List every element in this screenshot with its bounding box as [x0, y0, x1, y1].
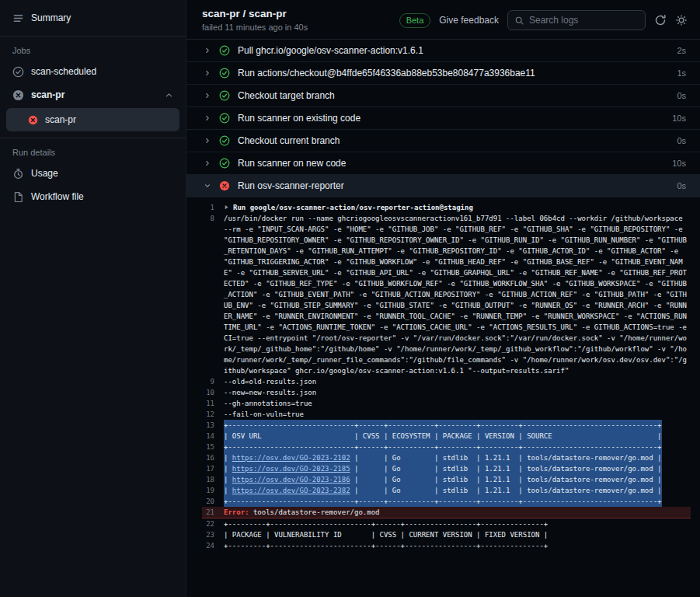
log-line[interactable]: 19 | https://osv.dev/GO-2023-2382 | | Go…	[202, 485, 691, 496]
search-input[interactable]	[529, 15, 639, 26]
sidebar-job-scan-pr[interactable]: scan-pr	[6, 83, 179, 106]
line-number: 1	[202, 202, 224, 213]
step-name: Run actions/checkout@b4ffde65f46336ab88e…	[238, 68, 535, 79]
log-line[interactable]: 18 | https://osv.dev/GO-2023-2186 | | Go…	[202, 474, 691, 485]
step-row-checkout[interactable]: Run actions/checkout@b4ffde65f46336ab88e…	[186, 62, 700, 85]
log-line[interactable]: 20 +------------------------------+-----…	[202, 496, 691, 507]
give-feedback-link[interactable]: Give feedback	[439, 15, 499, 26]
log-line[interactable]: 8 /usr/bin/docker run --name ghcriogoogl…	[202, 213, 691, 376]
step-duration: 0s	[677, 181, 686, 190]
jobs-section-label: Jobs	[0, 43, 186, 60]
log-line[interactable]: 1 Run google/osv-scanner-action/osv-repo…	[202, 202, 691, 213]
line-text: | https://osv.dev/GO-2023-2185 | | Go | …	[224, 463, 662, 474]
job-label: scan-scheduled	[31, 66, 96, 77]
line-number: 16	[202, 452, 224, 463]
log-line[interactable]: 23 | PACKAGE | VULNERABILITY ID | CVSS |…	[202, 529, 691, 540]
search-logs-box[interactable]	[507, 10, 646, 30]
log-line[interactable]: 10 --new=new-results.json	[202, 387, 691, 398]
header-toolbar: Beta Give feedback	[399, 10, 688, 30]
chevron-right-icon[interactable]	[224, 204, 229, 210]
osv-vulnerability-link[interactable]: https://osv.dev/GO-2023-2186	[232, 476, 350, 484]
chevron-down-icon	[204, 182, 211, 190]
step-row-checkout-current[interactable]: Checkout current branch 0s	[186, 130, 700, 152]
line-text: Error: tools/datastore-remover/go.mod	[224, 507, 380, 518]
line-number: 13	[202, 420, 224, 431]
check-circle-icon	[219, 113, 230, 124]
subjob-label: scan-pr	[45, 114, 76, 125]
log-line[interactable]: 9 --old=old-results.json	[202, 376, 691, 387]
line-number: 18	[202, 474, 224, 485]
step-row-osv-scanner-reporter[interactable]: Run osv-scanner-reporter 0s	[186, 175, 700, 197]
chevron-up-icon	[165, 91, 173, 100]
refresh-icon[interactable]	[654, 14, 667, 26]
sidebar-item-summary[interactable]: Summary	[6, 6, 179, 30]
step-duration: 0s	[677, 91, 686, 100]
step-name: Checkout target branch	[238, 90, 335, 101]
chevron-right-icon	[204, 92, 211, 100]
line-number: 24	[202, 540, 224, 551]
step-row-scan-existing[interactable]: Run scanner on existing code 10s	[186, 107, 700, 130]
log-line[interactable]: 14 | OSV URL | CVSS | ECOSYSTEM | PACKAG…	[202, 431, 691, 442]
line-number: 11	[202, 398, 224, 409]
step-duration: 10s	[672, 113, 686, 123]
log-line[interactable]: 22 +---------+------------------------+-…	[202, 518, 691, 529]
step-row-checkout-target[interactable]: Checkout target branch 0s	[186, 85, 700, 107]
job-status-text: failed 11 minutes ago in 40s	[202, 23, 308, 32]
line-number: 21	[202, 507, 224, 518]
run-details-section-label: Run details	[0, 145, 186, 162]
line-number: 15	[202, 442, 224, 452]
log-line[interactable]: 24 +---------+------------------------+-…	[202, 540, 691, 551]
summary-list-icon	[12, 12, 24, 24]
osv-vulnerability-link[interactable]: https://osv.dev/GO-2023-2185	[232, 465, 350, 473]
beta-badge: Beta	[399, 13, 431, 28]
line-number: 8	[202, 213, 224, 376]
search-icon	[514, 16, 524, 26]
log-line[interactable]: 16 | https://osv.dev/GO-2023-2102 | | Go…	[202, 452, 691, 463]
osv-vulnerability-link[interactable]: https://osv.dev/GO-2023-2382	[232, 487, 350, 494]
line-text: +------------------------------+------+-…	[224, 496, 662, 507]
step-row-pull-image[interactable]: Pull ghcr.io/google/osv-scanner-action:v…	[186, 40, 700, 62]
line-number: 12	[202, 409, 224, 420]
line-number: 19	[202, 485, 224, 496]
log-line[interactable]: 17 | https://osv.dev/GO-2023-2185 | | Go…	[202, 463, 691, 474]
line-number: 9	[202, 376, 224, 387]
steps-list: Pull ghcr.io/google/osv-scanner-action:v…	[186, 39, 700, 197]
sidebar-job-scan-scheduled[interactable]: scan-scheduled	[6, 60, 179, 83]
line-text: +---------+------------------------+----…	[224, 540, 548, 551]
step-name: Pull ghcr.io/google/osv-scanner-action:v…	[238, 45, 423, 56]
step-name: Run osv-scanner-reporter	[238, 180, 344, 191]
check-circle-icon	[12, 66, 24, 78]
log-line[interactable]: 12 --fail-on-vuln=true	[202, 409, 691, 420]
osv-vulnerability-link[interactable]: https://osv.dev/GO-2023-2102	[232, 454, 350, 462]
sidebar-item-workflow-file[interactable]: Workflow file	[6, 185, 179, 208]
check-circle-icon	[219, 135, 230, 146]
line-number: 17	[202, 463, 224, 474]
job-label: scan-pr	[31, 89, 64, 100]
sidebar: Summary Jobs scan-scheduled scan-pr scan…	[0, 0, 186, 597]
check-circle-icon	[219, 158, 230, 169]
line-text: | https://osv.dev/GO-2023-2102 | | Go | …	[224, 452, 662, 463]
main-panel: scan-pr / scan-pr failed 11 minutes ago …	[186, 0, 700, 597]
sidebar-subjob-scan-pr[interactable]: scan-pr	[6, 108, 179, 131]
log-line[interactable]: 11 --gh-annotations=true	[202, 398, 691, 409]
sidebar-item-usage[interactable]: Usage	[6, 162, 179, 185]
log-line[interactable]: 13 +------------------------------+-----…	[202, 420, 691, 431]
line-text: --fail-on-vuln=true	[224, 409, 304, 420]
line-text: | OSV URL | CVSS | ECOSYSTEM | PACKAGE |…	[224, 431, 662, 442]
title-block: scan-pr / scan-pr failed 11 minutes ago …	[202, 8, 308, 32]
log-line-error[interactable]: 21 Error: tools/datastore-remover/go.mod	[202, 507, 691, 518]
divider	[0, 36, 186, 37]
check-circle-icon	[219, 68, 230, 79]
line-text: /usr/bin/docker run --name ghcriogoogleo…	[224, 213, 691, 376]
step-duration: 0s	[677, 136, 686, 145]
line-text: | https://osv.dev/GO-2023-2382 | | Go | …	[224, 485, 662, 496]
line-number: 20	[202, 496, 224, 507]
step-duration: 10s	[672, 159, 686, 168]
check-circle-icon	[219, 90, 230, 101]
settings-gear-icon[interactable]	[675, 14, 688, 26]
line-number: 22	[202, 518, 224, 529]
log-line[interactable]: 15 +------------------------------+-----…	[202, 442, 691, 452]
step-row-scan-new[interactable]: Run scanner on new code 10s	[186, 152, 700, 175]
line-text: Run google/osv-scanner-action/osv-report…	[224, 202, 473, 213]
line-text: +------------------------------+------+-…	[224, 442, 662, 452]
